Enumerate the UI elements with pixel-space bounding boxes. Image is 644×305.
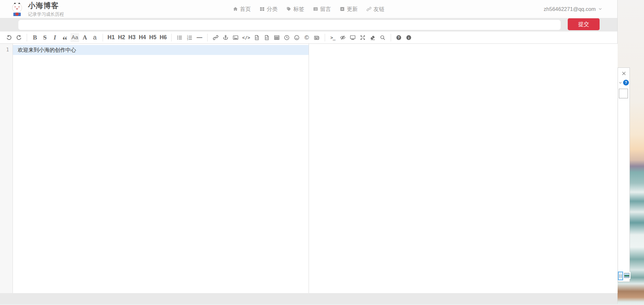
blog-editor-app: 小海博客 记录学习成长历程 首页分类标签留言更新友链 zh56462271@qq… bbox=[0, 0, 618, 304]
toolbar-html-entities-button[interactable]: © bbox=[303, 33, 311, 42]
toolbar-image[interactable] bbox=[231, 33, 240, 42]
site-header: 小海博客 记录学习成长历程 首页分类标签留言更新友链 zh56462271@qq… bbox=[0, 0, 617, 18]
cat-avatar-icon bbox=[10, 2, 24, 16]
chevron-down-icon bbox=[598, 7, 602, 11]
toolbar-separator bbox=[391, 34, 391, 41]
submit-button[interactable]: 提交 bbox=[568, 18, 600, 30]
toolbar-help[interactable]: ? bbox=[395, 33, 403, 42]
nav-label: 分类 bbox=[267, 5, 278, 13]
svg-text:3: 3 bbox=[187, 38, 188, 40]
close-icon[interactable] bbox=[618, 71, 630, 76]
popup-controls-row: ? bbox=[618, 80, 630, 85]
nav-label: 标签 bbox=[294, 5, 304, 13]
user-email: zh56462271@qq.com bbox=[544, 6, 596, 12]
site-title[interactable]: 小海博客 bbox=[28, 1, 64, 11]
preview-pane bbox=[309, 44, 618, 293]
active-line[interactable]: 欢迎来到小海的创作中心 bbox=[13, 45, 309, 55]
toolbar-watch[interactable] bbox=[339, 33, 347, 42]
main-nav: 首页分类标签留言更新友链 bbox=[233, 0, 385, 18]
th-large-icon bbox=[260, 6, 265, 12]
popup-help-badge[interactable]: ? bbox=[623, 80, 629, 85]
site-logo-avatar[interactable] bbox=[10, 2, 24, 16]
brand-block: 小海博客 记录学习成长历程 bbox=[28, 1, 64, 17]
toolbar-h5-button[interactable]: H5 bbox=[148, 33, 157, 42]
toolbar-list-ul[interactable] bbox=[175, 33, 184, 42]
toolbar-separator bbox=[325, 34, 325, 41]
nav-item-links[interactable]: 友链 bbox=[367, 5, 385, 13]
markdown-input-pane[interactable]: 欢迎来到小海的创作中心 bbox=[13, 44, 309, 293]
toolbar-h1-button[interactable]: H1 bbox=[107, 33, 116, 42]
toolbar-uppercase-button[interactable]: A bbox=[80, 33, 89, 42]
toolbar-fullscreen[interactable] bbox=[359, 33, 367, 42]
toolbar-code-block[interactable] bbox=[263, 33, 271, 42]
caret-square-icon bbox=[340, 6, 345, 12]
toolbar-search[interactable] bbox=[378, 33, 387, 42]
toolbar-link[interactable] bbox=[211, 33, 220, 42]
list-view-toggle-icon[interactable] bbox=[618, 272, 623, 280]
svg-text:?: ? bbox=[398, 36, 400, 39]
toolbar-code-button[interactable]: </> bbox=[241, 33, 251, 42]
toolbar-preformatted-text[interactable] bbox=[253, 33, 261, 42]
toolbar-reference-link[interactable] bbox=[221, 33, 230, 42]
toolbar-hr-button[interactable]: — bbox=[195, 33, 204, 42]
tag-icon bbox=[286, 6, 292, 12]
popup-view-toggles bbox=[618, 272, 630, 280]
toolbar-quote-button[interactable]: “ bbox=[61, 33, 69, 42]
toolbar-goto-line-button[interactable]: >_ bbox=[329, 33, 337, 42]
toolbar-strikethrough-button[interactable]: S bbox=[41, 33, 49, 42]
toolbar-lowercase-button[interactable]: a bbox=[90, 33, 99, 42]
toolbar-separator bbox=[103, 34, 103, 41]
toolbar-table[interactable] bbox=[273, 33, 281, 42]
line-number: 1 bbox=[0, 45, 13, 55]
nav-label: 留言 bbox=[320, 5, 331, 13]
toolbar-emoji[interactable] bbox=[293, 33, 301, 42]
list-alt-icon bbox=[313, 6, 318, 12]
side-popup: ? bbox=[618, 67, 630, 282]
toolbar-h2-button[interactable]: H2 bbox=[117, 33, 126, 42]
compose-bar: 提交 bbox=[0, 18, 617, 31]
toolbar-list-ol[interactable]: 123 bbox=[185, 33, 194, 42]
markdown-editor: 1 欢迎来到小海的创作中心 bbox=[0, 44, 618, 293]
nav-item-messages[interactable]: 留言 bbox=[313, 5, 331, 13]
site-subtitle: 记录学习成长历程 bbox=[28, 12, 64, 17]
nav-item-categories[interactable]: 分类 bbox=[260, 5, 278, 13]
nav-item-tags[interactable]: 标签 bbox=[286, 5, 304, 13]
line-number-gutter: 1 bbox=[0, 44, 13, 293]
toolbar-bold-button[interactable]: B bbox=[31, 33, 39, 42]
svg-text:i: i bbox=[408, 36, 409, 39]
nav-item-home[interactable]: 首页 bbox=[233, 5, 251, 13]
toolbar-h4-button[interactable]: H4 bbox=[138, 33, 147, 42]
popup-input[interactable] bbox=[619, 89, 628, 98]
toolbar-italic-button[interactable]: I bbox=[51, 33, 59, 42]
toolbar-clear[interactable] bbox=[369, 33, 377, 42]
toolbar-pagebreak[interactable] bbox=[313, 33, 321, 42]
nav-label: 首页 bbox=[240, 5, 251, 13]
post-title-input[interactable] bbox=[18, 20, 561, 30]
toolbar-separator bbox=[27, 34, 27, 41]
chain-icon bbox=[367, 6, 372, 12]
toolbar-separator bbox=[207, 34, 208, 41]
user-menu[interactable]: zh56462271@qq.com bbox=[544, 0, 602, 18]
toolbar-preview[interactable] bbox=[349, 33, 357, 42]
image-view-toggle-icon[interactable] bbox=[624, 273, 630, 278]
toolbar-undo[interactable] bbox=[5, 33, 13, 42]
nav-item-updates[interactable]: 更新 bbox=[340, 5, 358, 13]
editor-toolbar: BSI“AaAaH1H2H3H4H5H6123—</>©>_?i bbox=[0, 31, 617, 44]
toolbar-info[interactable]: i bbox=[405, 33, 413, 42]
toolbar-words-capitalize-button[interactable]: Aa bbox=[70, 33, 79, 42]
toolbar-redo[interactable] bbox=[14, 33, 23, 42]
toolbar-datetime[interactable] bbox=[283, 33, 291, 42]
nav-label: 更新 bbox=[347, 5, 358, 13]
home-icon bbox=[233, 6, 238, 12]
editor-line-text: 欢迎来到小海的创作中心 bbox=[18, 47, 76, 54]
popup-chevron-down-icon[interactable] bbox=[618, 81, 622, 85]
toolbar-h3-button[interactable]: H3 bbox=[127, 33, 136, 42]
nav-label: 友链 bbox=[374, 5, 385, 13]
toolbar-h6-button[interactable]: H6 bbox=[159, 33, 168, 42]
toolbar-separator bbox=[171, 34, 172, 41]
